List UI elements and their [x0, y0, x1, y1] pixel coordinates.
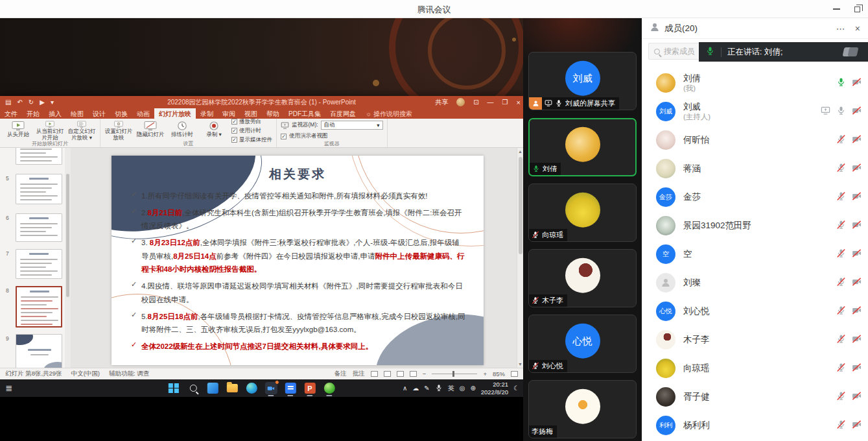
ppt-tab-文件[interactable]: 文件: [0, 108, 22, 119]
ribbon-button-从头开始[interactable]: 从头开始: [4, 120, 32, 141]
language-indicator[interactable]: 中文(中国): [71, 370, 100, 378]
ppt-restore-button[interactable]: ❐: [502, 99, 508, 106]
member-mic-muted-icon[interactable]: [836, 134, 846, 147]
slide-thumbnail-selected[interactable]: [16, 286, 62, 328]
video-tile-李扬梅[interactable]: 李扬梅: [528, 380, 637, 438]
slideshow-view-icon[interactable]: [410, 371, 417, 377]
taskbar-left-icon[interactable]: ≣: [3, 383, 15, 394]
slide-thumbnail[interactable]: [16, 148, 62, 165]
monitor-select[interactable]: 自动▾: [321, 121, 383, 130]
member-mic-on-icon[interactable]: [836, 77, 846, 89]
tray-mic-icon[interactable]: [435, 384, 443, 393]
member-camera-off-icon[interactable]: [852, 106, 862, 118]
save-icon[interactable]: ▤: [5, 99, 11, 106]
member-camera-off-icon[interactable]: [852, 334, 862, 346]
ppt-minimize-button[interactable]: —: [487, 99, 494, 106]
member-mic-muted-icon[interactable]: [836, 420, 846, 432]
member-row-向琼瑶[interactable]: 向琼瑶: [642, 354, 868, 383]
member-row-空[interactable]: 空空: [642, 240, 868, 268]
member-row-木子李[interactable]: 木子李: [642, 326, 868, 354]
redo-icon[interactable]: ↻: [29, 99, 34, 106]
member-camera-off-icon[interactable]: [852, 191, 862, 204]
ribbon-button-从当前幻灯片开始[interactable]: 从当前幻灯片开始: [36, 120, 64, 141]
ppt-tab-插入[interactable]: 插入: [44, 108, 66, 119]
notes-button[interactable]: 备注: [334, 370, 347, 378]
ppt-account-avatar[interactable]: [456, 98, 465, 106]
taskbar-icon-explorer[interactable]: [225, 381, 239, 395]
member-camera-off-icon[interactable]: [852, 363, 862, 375]
window-minimize-button[interactable]: [833, 8, 840, 10]
ppt-share-button[interactable]: 共享: [435, 98, 448, 107]
member-mic-muted-icon[interactable]: [836, 248, 846, 261]
member-camera-off-icon[interactable]: [852, 220, 862, 232]
customize-qat-icon[interactable]: ▾: [51, 99, 54, 106]
zoom-out-icon[interactable]: −: [423, 370, 427, 377]
tray-pen-icon[interactable]: ✎: [424, 385, 429, 392]
ppt-tab-PDF工具集[interactable]: PDF工具集: [284, 108, 325, 119]
taskbar-clock[interactable]: 20:21 2022/8/20: [481, 381, 508, 396]
members-more-button[interactable]: ⋯: [836, 23, 846, 34]
member-row-刘璨[interactable]: 刘璨: [642, 268, 868, 297]
ribbon-button-隐藏幻灯片[interactable]: 隐藏幻灯片: [136, 120, 165, 141]
fit-slide-icon[interactable]: [511, 371, 518, 377]
accessibility-indicator[interactable]: 辅助功能: 调查: [109, 370, 149, 378]
taskbar-icon-docs[interactable]: [283, 381, 297, 395]
ribbon-button-设置幻灯片放映[interactable]: 设置幻灯片放映: [104, 120, 133, 141]
zoom-slider[interactable]: [432, 374, 477, 375]
member-mic-muted-icon[interactable]: [836, 163, 846, 175]
ribbon-checkbox-使用演示者视图[interactable]: ✓使用演示者视图: [281, 132, 383, 140]
tray-eye-icon[interactable]: ◎: [460, 385, 465, 392]
tray-cloud-icon[interactable]: ☁: [412, 385, 419, 392]
undo-icon[interactable]: ↶: [17, 99, 22, 106]
ppt-tab-切换[interactable]: 切换: [110, 108, 132, 119]
video-tile-木子李[interactable]: 木子李: [528, 249, 637, 307]
taskbar-icon-meeting[interactable]: [264, 381, 277, 395]
ppt-tab-幻灯片放映[interactable]: 幻灯片放映: [154, 108, 196, 119]
normal-view-icon[interactable]: [371, 371, 378, 377]
ppt-tab-开始[interactable]: 开始: [22, 108, 44, 119]
ribbon-display-options-icon[interactable]: ⊡: [473, 99, 478, 106]
tray-notification-moon-icon[interactable]: ☾: [513, 385, 519, 392]
member-camera-off-icon[interactable]: [852, 248, 862, 261]
tray-expand-icon[interactable]: ∧: [403, 385, 407, 392]
slide-thumbnail[interactable]: [16, 213, 62, 242]
slide-sorter-view-icon[interactable]: [384, 371, 391, 377]
video-tile-刘倩[interactable]: 刘倩: [528, 118, 637, 176]
slide-vertical-scrollbar[interactable]: ▲ ▼: [517, 148, 523, 368]
member-row-景园31902范田野[interactable]: 景园31902范田野: [642, 211, 868, 240]
tell-me-search[interactable]: ☼ 操作说明搜索: [360, 108, 417, 119]
ppt-tab-动画[interactable]: 动画: [132, 108, 154, 119]
member-camera-off-icon[interactable]: [852, 77, 862, 89]
scroll-down-icon[interactable]: ▼: [517, 362, 523, 366]
zoom-level[interactable]: 85%: [493, 370, 505, 377]
ribbon-button-录制[interactable]: 录制 ▾: [200, 120, 228, 141]
member-mic-muted-icon[interactable]: [836, 277, 846, 289]
taskbar-icon-powerpoint[interactable]: P: [303, 381, 316, 395]
taskbar-icon-browser-green[interactable]: [322, 381, 336, 395]
member-row-金莎[interactable]: 金莎金莎: [642, 183, 868, 211]
member-camera-off-icon[interactable]: [852, 277, 862, 289]
member-mic-muted-icon[interactable]: [836, 391, 846, 403]
member-row-刘心悦[interactable]: 心悦刘心悦: [642, 297, 868, 326]
tray-network-icon[interactable]: ⊕: [470, 385, 475, 392]
ribbon-button-自定义幻灯片放映[interactable]: 自定义幻灯片放映 ▾: [67, 120, 96, 141]
taskbar-icon-search[interactable]: [186, 381, 200, 395]
member-mic-muted-icon[interactable]: [836, 220, 846, 232]
member-row-何昕怡[interactable]: 何昕怡: [642, 126, 868, 154]
ppt-tab-绘图[interactable]: 绘图: [66, 108, 88, 119]
member-camera-off-icon[interactable]: [852, 420, 862, 432]
comments-button[interactable]: 批注: [353, 370, 365, 378]
member-row-刘威[interactable]: 刘威刘威(主持人): [642, 97, 868, 126]
member-row-蒋涵[interactable]: 蒋涵: [642, 154, 868, 183]
taskbar-icon-store[interactable]: [205, 381, 219, 395]
member-camera-off-icon[interactable]: [852, 163, 862, 175]
taskbar-icon-edge[interactable]: [244, 381, 258, 395]
scroll-up-icon[interactable]: ▲: [517, 149, 523, 154]
ppt-tab-设计[interactable]: 设计: [88, 108, 110, 119]
slide-thumbnail-pane[interactable]: 56789: [0, 148, 65, 368]
member-mic-muted-icon[interactable]: [836, 305, 846, 318]
zoom-in-icon[interactable]: +: [483, 370, 487, 377]
start-slideshow-icon[interactable]: ▶: [40, 99, 45, 106]
member-camera-off-icon[interactable]: [852, 305, 862, 318]
member-mic-muted-icon[interactable]: [836, 363, 846, 375]
